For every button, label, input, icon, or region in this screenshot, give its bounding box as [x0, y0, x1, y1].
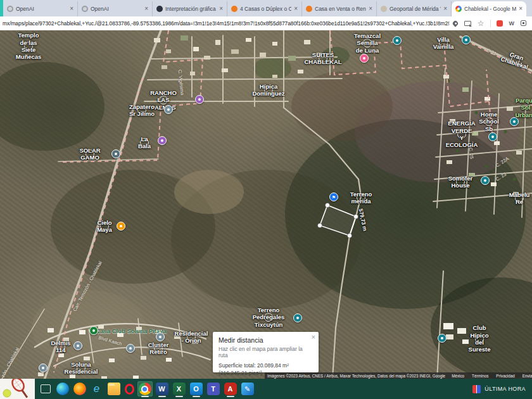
- browser-tab[interactable]: OpenAI×: [3, 1, 78, 16]
- tab-close-icon[interactable]: ×: [443, 6, 447, 12]
- satellite-map[interactable]: Templo de las Siete MuñecasTemazcal Semi…: [0, 30, 532, 379]
- browser-tab[interactable]: 4 Casas o Dúplex o Casa×: [227, 1, 302, 16]
- photos-icon[interactable]: ✎: [240, 381, 255, 396]
- map-label[interactable]: SOLAR GAMO: [86, 149, 94, 158]
- map-label[interactable]: La Bala: [140, 138, 149, 147]
- home-school-poi-icon[interactable]: [510, 117, 519, 126]
- windows-taskbar: eWXOTA✎ ÚLTIMA HORA: [35, 379, 532, 399]
- edge-icon[interactable]: [55, 381, 70, 396]
- wikipedia-extension-icon[interactable]: W: [509, 19, 515, 28]
- word-icon[interactable]: W: [155, 381, 170, 396]
- map-label[interactable]: Zapatero Sr Jilimo: [137, 106, 146, 115]
- tab-title: Chablekal - Google Maps: [464, 6, 516, 12]
- map-label[interactable]: Cluster Retiro: [154, 344, 163, 353]
- desktop-screen: OpenAI×OpenAI×Interpretación gráfica ve×…: [0, 0, 532, 399]
- map-label[interactable]: Home School Sb: [484, 117, 493, 126]
- tab-close-icon[interactable]: ×: [294, 6, 298, 12]
- bottom-bar: eWXOTA✎ ÚLTIMA HORA: [0, 379, 532, 399]
- internet-explorer-icon[interactable]: e: [89, 381, 104, 396]
- soluna-residencial-poi-icon[interactable]: [39, 364, 48, 372]
- cielo-maya-poi-icon[interactable]: [117, 222, 125, 231]
- map-label[interactable]: Terreno merida: [357, 193, 365, 202]
- la-bala-poi-icon[interactable]: [158, 136, 167, 145]
- terreno-merida-poi-icon[interactable]: [329, 193, 338, 201]
- map-label[interactable]: Terreno Pedregales Tixcuytún: [264, 313, 273, 322]
- adobe-extension-icon[interactable]: [497, 19, 503, 28]
- excel-icon[interactable]: X: [172, 381, 187, 396]
- tab-title: 4 Casas o Dúplex o Casa: [240, 6, 291, 12]
- temazcal-semilla-de-luna-poi-icon[interactable]: [393, 36, 402, 45]
- solar-gamo-poi-icon[interactable]: [111, 149, 120, 158]
- chrome-icon[interactable]: [137, 381, 153, 396]
- bookmark-star-icon[interactable]: ☆: [478, 19, 484, 28]
- club-hipico-del-sureste-poi-icon[interactable]: [438, 334, 446, 343]
- browser-tab[interactable]: Interpretación gráfica ve×: [153, 1, 227, 16]
- privacy-link[interactable]: Privacidad: [496, 374, 514, 378]
- map-label[interactable]: RANCHO LAS PALMAS: [159, 96, 168, 104]
- casa-club-soluna-poi-icon[interactable]: [89, 326, 98, 335]
- map-label: C. Vigésima: [177, 69, 185, 95]
- suites-chablekal-poi-icon[interactable]: [360, 54, 369, 63]
- browser-tab[interactable]: Chablekal - Google Maps×: [452, 1, 526, 16]
- tab-close-icon[interactable]: ×: [219, 6, 223, 12]
- map-label[interactable]: Delmis 114: [56, 342, 65, 351]
- tab-close-icon[interactable]: ×: [519, 6, 522, 12]
- dialog-close-icon[interactable]: ×: [312, 334, 315, 341]
- map-label[interactable]: ENERGÍA VERDE Y ECOLOGÍA: [457, 130, 466, 139]
- villa-vainilla-poi-icon[interactable]: [462, 35, 471, 44]
- map-label[interactable]: Mabelu Re: [515, 194, 524, 203]
- map-label[interactable]: Soluna Residencial: [77, 364, 86, 372]
- tab-close-icon[interactable]: ×: [144, 6, 148, 12]
- browser-tab[interactable]: Geoportal de Mérida Yuc×: [377, 1, 452, 16]
- news-widget[interactable]: ÚLTIMA HORA: [472, 379, 526, 399]
- openai-favicon-icon: [82, 6, 88, 12]
- location-pin-icon[interactable]: [453, 19, 458, 28]
- browser-tab[interactable]: OpenAI×: [78, 1, 153, 16]
- maps-favicon-icon: [455, 6, 462, 12]
- file-explorer-icon[interactable]: [106, 381, 122, 396]
- energia-verde-poi-icon[interactable]: [488, 132, 497, 141]
- tab-close-icon[interactable]: ×: [369, 6, 372, 12]
- imagery-credits: Imágenes ©2023 Airbus, CNES / Airbus, Ma…: [267, 374, 445, 378]
- map-label[interactable]: Casa Club Soluna Pitaya: [96, 327, 166, 334]
- map-label[interactable]: Somofer House: [456, 177, 465, 186]
- terms-link[interactable]: Términos: [472, 374, 488, 378]
- send-to-device-icon[interactable]: [464, 19, 471, 28]
- extensions-icon[interactable]: [521, 19, 526, 28]
- zapatero-sr-jilimo-poi-icon[interactable]: [164, 105, 173, 114]
- tab-title: OpenAI: [91, 6, 142, 12]
- map-label[interactable]: Villa Vainilla: [439, 39, 448, 48]
- map-label[interactable]: Templo de las Siete Muñecas: [24, 42, 33, 51]
- send-feedback-link[interactable]: Enviar comentarios a...: [522, 374, 532, 378]
- residencial-orion-poi-icon[interactable]: [156, 332, 165, 341]
- rancho-las-palmas-poi-icon[interactable]: [195, 95, 204, 104]
- map-label[interactable]: Temazcal Semilla de Luna: [363, 39, 372, 48]
- somofer-house-poi-icon[interactable]: [481, 176, 490, 185]
- terreno-pedregales-tixcuytun-poi-icon[interactable]: [293, 314, 302, 322]
- address-bar[interactable]: mx/maps/place/97302+Chablekal,+Yuc./@21.…: [3, 20, 450, 27]
- map-label[interactable]: Cielo Maya: [100, 222, 109, 231]
- toolbar-divider: [490, 20, 491, 27]
- browser-tab[interactable]: Casa en Venta o Renta d×: [302, 1, 377, 16]
- gray-favicon-icon: [381, 6, 387, 12]
- tennis-racket-icon: [0, 379, 35, 399]
- task-view-icon[interactable]: [38, 382, 53, 396]
- map-label[interactable]: Parque Sol Urbano: [515, 97, 532, 118]
- browser-toolbar: mx/maps/place/97302+Chablekal,+Yuc./@21.…: [0, 16, 532, 30]
- taskbar-icons: eWXOTA✎: [37, 381, 256, 396]
- news-widget-label: ÚLTIMA HORA: [484, 386, 526, 392]
- map-label[interactable]: Gran Chablekal: [510, 54, 521, 65]
- acrobat-icon[interactable]: A: [223, 381, 238, 396]
- map-label[interactable]: Residencial - Orion: [187, 332, 196, 341]
- map-label[interactable]: SUITES CHABLEKAL: [319, 54, 327, 63]
- tab-strip: OpenAI×OpenAI×Interpretación gráfica ve×…: [3, 1, 532, 16]
- delmis-114-poi-icon[interactable]: [73, 341, 82, 350]
- opera-icon[interactable]: [124, 383, 136, 396]
- map-label[interactable]: Club Hípico del Sureste: [475, 334, 484, 343]
- firefox-icon[interactable]: [72, 381, 87, 396]
- cluster-retiro-poi-icon[interactable]: [126, 344, 135, 353]
- outlook-icon[interactable]: O: [189, 381, 204, 396]
- tab-close-icon[interactable]: ×: [70, 6, 73, 12]
- teams-icon[interactable]: T: [206, 381, 221, 396]
- map-label[interactable]: Hípica Domínguez: [264, 86, 273, 94]
